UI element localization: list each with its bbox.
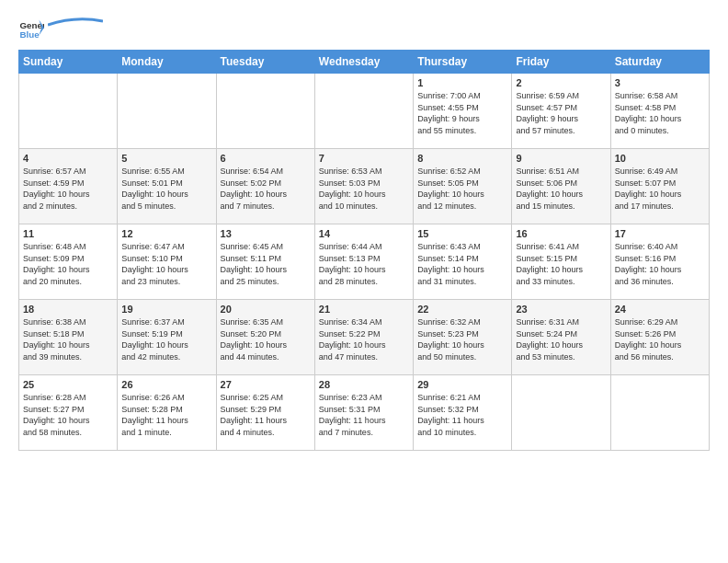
calendar-cell: 25Sunrise: 6:28 AM Sunset: 5:27 PM Dayli…: [19, 375, 118, 451]
day-info: Sunrise: 6:21 AM Sunset: 5:32 PM Dayligh…: [417, 392, 507, 438]
calendar-cell: 29Sunrise: 6:21 AM Sunset: 5:32 PM Dayli…: [414, 375, 512, 451]
day-info: Sunrise: 6:53 AM Sunset: 5:03 PM Dayligh…: [319, 166, 409, 212]
day-info: Sunrise: 6:26 AM Sunset: 5:28 PM Dayligh…: [121, 392, 211, 438]
day-number: 10: [615, 153, 705, 164]
day-number: 20: [221, 304, 311, 315]
day-number: 19: [121, 304, 211, 315]
header-area: General Blue: [18, 15, 710, 40]
day-number: 23: [516, 304, 606, 315]
week-row-4: 18Sunrise: 6:38 AM Sunset: 5:18 PM Dayli…: [19, 300, 710, 375]
day-number: 8: [417, 153, 507, 164]
calendar-cell: 14Sunrise: 6:44 AM Sunset: 5:13 PM Dayli…: [314, 224, 413, 300]
weekday-header-friday: Friday: [512, 51, 610, 74]
day-info: Sunrise: 7:00 AM Sunset: 4:55 PM Dayligh…: [417, 90, 507, 136]
weekday-header-monday: Monday: [118, 51, 216, 74]
week-row-5: 25Sunrise: 6:28 AM Sunset: 5:27 PM Dayli…: [19, 375, 710, 451]
calendar-cell: 17Sunrise: 6:40 AM Sunset: 5:16 PM Dayli…: [610, 224, 709, 300]
calendar-cell: [19, 74, 118, 149]
calendar-cell: 23Sunrise: 6:31 AM Sunset: 5:24 PM Dayli…: [512, 300, 610, 375]
calendar-cell: [216, 74, 314, 149]
calendar-cell: 27Sunrise: 6:25 AM Sunset: 5:29 PM Dayli…: [216, 375, 314, 451]
day-info: Sunrise: 6:54 AM Sunset: 5:02 PM Dayligh…: [221, 166, 311, 212]
weekday-header-saturday: Saturday: [610, 51, 709, 74]
calendar-cell: 19Sunrise: 6:37 AM Sunset: 5:19 PM Dayli…: [118, 300, 216, 375]
calendar-cell: 8Sunrise: 6:52 AM Sunset: 5:05 PM Daylig…: [414, 149, 512, 224]
weekday-header-row: SundayMondayTuesdayWednesdayThursdayFrid…: [19, 51, 710, 74]
calendar-cell: 7Sunrise: 6:53 AM Sunset: 5:03 PM Daylig…: [314, 149, 413, 224]
day-number: 24: [615, 304, 705, 315]
day-number: 14: [319, 228, 409, 239]
weekday-header-sunday: Sunday: [19, 51, 118, 74]
logo-wordmark: [48, 19, 103, 36]
calendar-cell: 26Sunrise: 6:26 AM Sunset: 5:28 PM Dayli…: [118, 375, 216, 451]
day-number: 2: [516, 77, 606, 88]
day-info: Sunrise: 6:28 AM Sunset: 5:27 PM Dayligh…: [23, 392, 113, 438]
svg-text:Blue: Blue: [19, 29, 40, 40]
day-info: Sunrise: 6:57 AM Sunset: 4:59 PM Dayligh…: [23, 166, 113, 212]
day-info: Sunrise: 6:37 AM Sunset: 5:19 PM Dayligh…: [121, 316, 211, 362]
calendar-cell: 3Sunrise: 6:58 AM Sunset: 4:58 PM Daylig…: [610, 74, 709, 149]
calendar-cell: [610, 375, 709, 451]
day-number: 16: [516, 228, 606, 239]
calendar-cell: 10Sunrise: 6:49 AM Sunset: 5:07 PM Dayli…: [610, 149, 709, 224]
day-number: 21: [319, 304, 409, 315]
week-row-3: 11Sunrise: 6:48 AM Sunset: 5:09 PM Dayli…: [19, 224, 710, 300]
day-number: 1: [417, 77, 507, 88]
weekday-header-tuesday: Tuesday: [216, 51, 314, 74]
day-number: 22: [417, 304, 507, 315]
calendar-cell: 12Sunrise: 6:47 AM Sunset: 5:10 PM Dayli…: [118, 224, 216, 300]
day-info: Sunrise: 6:43 AM Sunset: 5:14 PM Dayligh…: [417, 241, 507, 287]
day-info: Sunrise: 6:35 AM Sunset: 5:20 PM Dayligh…: [221, 316, 311, 362]
day-info: Sunrise: 6:59 AM Sunset: 4:57 PM Dayligh…: [516, 90, 606, 136]
calendar-cell: 20Sunrise: 6:35 AM Sunset: 5:20 PM Dayli…: [216, 300, 314, 375]
day-info: Sunrise: 6:58 AM Sunset: 4:58 PM Dayligh…: [615, 90, 705, 136]
day-info: Sunrise: 6:41 AM Sunset: 5:15 PM Dayligh…: [516, 241, 606, 287]
day-number: 15: [417, 228, 507, 239]
calendar-cell: 9Sunrise: 6:51 AM Sunset: 5:06 PM Daylig…: [512, 149, 610, 224]
day-info: Sunrise: 6:49 AM Sunset: 5:07 PM Dayligh…: [615, 166, 705, 212]
day-info: Sunrise: 6:34 AM Sunset: 5:22 PM Dayligh…: [319, 316, 409, 362]
day-number: 13: [221, 228, 311, 239]
calendar-cell: 1Sunrise: 7:00 AM Sunset: 4:55 PM Daylig…: [414, 74, 512, 149]
day-number: 4: [23, 153, 113, 164]
calendar-cell: 11Sunrise: 6:48 AM Sunset: 5:09 PM Dayli…: [19, 224, 118, 300]
day-number: 6: [221, 153, 311, 164]
day-info: Sunrise: 6:29 AM Sunset: 5:26 PM Dayligh…: [615, 316, 705, 362]
logo-swoosh: [48, 16, 103, 29]
page: General Blue SundayMondayT: [0, 0, 728, 460]
day-number: 25: [23, 379, 113, 390]
day-number: 18: [23, 304, 113, 315]
day-number: 17: [615, 228, 705, 239]
calendar-cell: 5Sunrise: 6:55 AM Sunset: 5:01 PM Daylig…: [118, 149, 216, 224]
day-number: 28: [319, 379, 409, 390]
day-info: Sunrise: 6:44 AM Sunset: 5:13 PM Dayligh…: [319, 241, 409, 287]
day-number: 11: [23, 228, 113, 239]
logo-icon: General Blue: [18, 15, 44, 40]
week-row-2: 4Sunrise: 6:57 AM Sunset: 4:59 PM Daylig…: [19, 149, 710, 224]
calendar-cell: [512, 375, 610, 451]
weekday-header-wednesday: Wednesday: [314, 51, 413, 74]
day-info: Sunrise: 6:32 AM Sunset: 5:23 PM Dayligh…: [417, 316, 507, 362]
day-number: 3: [615, 77, 705, 88]
logo: General Blue: [18, 15, 103, 40]
calendar-cell: 16Sunrise: 6:41 AM Sunset: 5:15 PM Dayli…: [512, 224, 610, 300]
day-info: Sunrise: 6:31 AM Sunset: 5:24 PM Dayligh…: [516, 316, 606, 362]
day-number: 5: [121, 153, 211, 164]
day-number: 26: [121, 379, 211, 390]
day-number: 29: [417, 379, 507, 390]
day-info: Sunrise: 6:38 AM Sunset: 5:18 PM Dayligh…: [23, 316, 113, 362]
day-info: Sunrise: 6:47 AM Sunset: 5:10 PM Dayligh…: [121, 241, 211, 287]
calendar-cell: 22Sunrise: 6:32 AM Sunset: 5:23 PM Dayli…: [414, 300, 512, 375]
day-info: Sunrise: 6:25 AM Sunset: 5:29 PM Dayligh…: [221, 392, 311, 438]
calendar-cell: 18Sunrise: 6:38 AM Sunset: 5:18 PM Dayli…: [19, 300, 118, 375]
day-number: 9: [516, 153, 606, 164]
calendar-cell: 15Sunrise: 6:43 AM Sunset: 5:14 PM Dayli…: [414, 224, 512, 300]
calendar-table: SundayMondayTuesdayWednesdayThursdayFrid…: [18, 50, 710, 451]
calendar-cell: 2Sunrise: 6:59 AM Sunset: 4:57 PM Daylig…: [512, 74, 610, 149]
calendar-cell: 28Sunrise: 6:23 AM Sunset: 5:31 PM Dayli…: [314, 375, 413, 451]
weekday-header-thursday: Thursday: [414, 51, 512, 74]
day-info: Sunrise: 6:52 AM Sunset: 5:05 PM Dayligh…: [417, 166, 507, 212]
day-info: Sunrise: 6:55 AM Sunset: 5:01 PM Dayligh…: [121, 166, 211, 212]
day-info: Sunrise: 6:48 AM Sunset: 5:09 PM Dayligh…: [23, 241, 113, 287]
calendar-cell: 13Sunrise: 6:45 AM Sunset: 5:11 PM Dayli…: [216, 224, 314, 300]
